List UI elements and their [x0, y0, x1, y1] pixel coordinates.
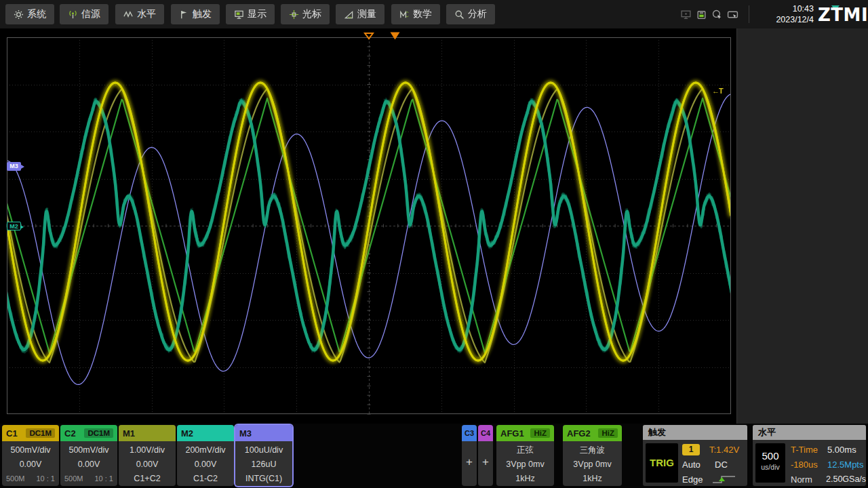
c1-footer: 500M 10 : 1	[2, 472, 59, 486]
oscilloscope-screen: { "topbar": { "menu": [ {"label":"系统","i…	[0, 0, 868, 488]
trig-status-box: TRIG	[646, 443, 678, 483]
c1-header: C1 DC1M	[2, 425, 59, 441]
c2-header: C2 DC1M	[60, 425, 117, 441]
math-card-m3-selected[interactable]: M3 100uU/div 126uU INTG(C1)	[235, 425, 292, 486]
menu-button-system[interactable]: 系统	[5, 4, 54, 24]
c2-label: C2	[64, 428, 76, 439]
menu-button-trigger[interactable]: 触发	[171, 4, 220, 24]
topbar-separator	[749, 5, 749, 23]
m3-label: M3	[239, 428, 252, 439]
menu-label: 水平	[137, 8, 156, 20]
m3-offset: 126uU	[235, 458, 292, 472]
m1-header: M1	[119, 425, 176, 441]
menu-label: 分析	[468, 8, 487, 20]
afg2-waveform: 三角波	[563, 443, 622, 458]
afg1-impedance-badge: HiZ	[530, 428, 550, 438]
usb-storage-icon	[696, 9, 707, 20]
trigger-panel[interactable]: 触发 TRIG 1 T:1.42V Auto DC Edge	[643, 425, 747, 486]
m1-function: C1+C2	[119, 472, 176, 486]
afg1-waveform: 正弦	[496, 443, 554, 458]
trigger-source-badge[interactable]: 1	[682, 444, 700, 455]
afg2-impedance-badge: HiZ	[598, 428, 618, 438]
menu-button-cursor[interactable]: 光标	[281, 4, 330, 24]
top-menu-bar: 系统 信源 水平 触发 显示 光标 测量 数学 分析 10:43 202	[0, 0, 868, 28]
channel-card-c2[interactable]: C2 DC1M 500mV/div 0.00V 500M 10 : 1	[60, 425, 117, 486]
waveform-display[interactable]	[0, 28, 736, 424]
math-card-m1[interactable]: M1 1.00V/div 0.00V C1+C2	[119, 425, 176, 486]
generator-card-afg2[interactable]: AFG2 HiZ 三角波 3Vpp 0mv 1kHz	[563, 425, 622, 486]
m3-marker-label: M3	[9, 163, 18, 169]
generator-card-afg1[interactable]: AFG1 HiZ 正弦 3Vpp 0mv 1kHz	[496, 425, 554, 486]
brand-logo: ZTMI	[818, 3, 865, 25]
trigger-level-marker[interactable]: ←T	[712, 87, 723, 95]
afg2-amplitude: 3Vpp 0mv	[563, 458, 622, 472]
trigger-mode[interactable]: Auto	[682, 460, 701, 470]
m2-marker-label: M2	[9, 223, 18, 230]
m2-marker-arrow-icon	[20, 225, 24, 229]
math-card-m2[interactable]: M2 200mV/div 0.00V C1-C2	[177, 425, 234, 486]
menu-button-source[interactable]: 信源	[60, 4, 108, 24]
channel-card-c3[interactable]: C3 +	[462, 425, 477, 486]
acquisition-mode: Norm	[791, 474, 812, 485]
afg1-amplitude: 3Vpp 0mv	[496, 458, 554, 472]
m3-position-marker[interactable]: M3	[7, 162, 21, 171]
gear-icon	[14, 9, 24, 20]
c2-coupling-badge: DC1M	[84, 428, 113, 438]
bottom-status-bar: C1 DC1M 500mV/div 0.00V 500M 10 : 1 C2 D…	[0, 424, 868, 488]
reference-position-marker[interactable]	[363, 32, 374, 40]
c4-label: C4	[481, 429, 490, 437]
display-icon	[234, 9, 244, 20]
menu-button-display[interactable]: 显示	[226, 4, 275, 24]
logo-text: ZTMI	[818, 5, 868, 25]
menu-button-math[interactable]: 数学	[391, 4, 440, 24]
channel-card-c4[interactable]: C4 +	[478, 425, 493, 486]
trigger-type[interactable]: Edge	[682, 474, 703, 485]
m3-scale: 100uU/div	[235, 443, 292, 458]
menu-label: 光标	[302, 8, 321, 20]
afg1-header: AFG1 HiZ	[496, 425, 554, 441]
network-display-icon	[680, 9, 692, 20]
trigger-level-value: T:1.42V	[709, 445, 739, 455]
afg1-frequency: 1kHz	[496, 472, 554, 486]
ttime-label: T-Time	[791, 445, 818, 455]
trigger-position-marker[interactable]	[389, 31, 401, 41]
trigger-coupling[interactable]: DC	[715, 460, 728, 470]
sample-rate: 2.50GSa/s	[826, 474, 866, 484]
c4-header: C4	[478, 425, 493, 441]
c2-offset: 0.00V	[60, 458, 117, 472]
c2-scale: 500mV/div	[60, 443, 117, 458]
ttime-value: 5.00ms	[827, 445, 856, 455]
menu-button-horizontal[interactable]: 水平	[115, 4, 164, 24]
c1-bandwidth: 500M	[6, 472, 25, 486]
menu-button-measure[interactable]: 测量	[336, 4, 384, 24]
horizontal-icon	[123, 9, 134, 20]
timebase-value: 500	[755, 451, 785, 462]
c1-label: C1	[6, 428, 18, 439]
afg2-label: AFG2	[567, 428, 591, 439]
c2-footer: 500M 10 : 1	[60, 472, 117, 486]
m3-function: INTG(C1)	[235, 472, 292, 486]
m3-marker-arrow-icon	[21, 165, 24, 169]
m2-position-marker[interactable]: M2	[7, 222, 21, 230]
m1-label: M1	[123, 428, 135, 439]
c2-probe-ratio: 10 : 1	[94, 472, 113, 486]
m1-scale: 1.00V/div	[119, 443, 176, 458]
menu-label: 显示	[248, 8, 267, 20]
menu-label: 信源	[81, 8, 100, 20]
horizontal-panel[interactable]: 水平 500 us/div T-Time 5.00ms -180us 12.5M…	[753, 425, 866, 486]
afg1-label: AFG1	[500, 428, 524, 439]
c1-scale: 500mV/div	[2, 443, 59, 458]
c4-add-button[interactable]: +	[478, 441, 493, 483]
c2-bandwidth: 500M	[64, 472, 83, 486]
timebase-box[interactable]: 500 us/div	[755, 443, 785, 483]
menu-label: 数学	[413, 8, 432, 20]
delay-value: -180us	[791, 460, 818, 470]
math-icon	[399, 9, 410, 20]
menu-button-analysis[interactable]: 分析	[446, 4, 495, 24]
channel-card-c1[interactable]: C1 DC1M 500mV/div 0.00V 500M 10 : 1	[2, 425, 59, 486]
memory-depth: 12.5Mpts	[827, 460, 863, 470]
status-icon-tray	[680, 9, 738, 20]
menu-label: 触发	[193, 8, 212, 20]
c3-add-button[interactable]: +	[462, 441, 477, 483]
touch-icon	[727, 9, 738, 20]
